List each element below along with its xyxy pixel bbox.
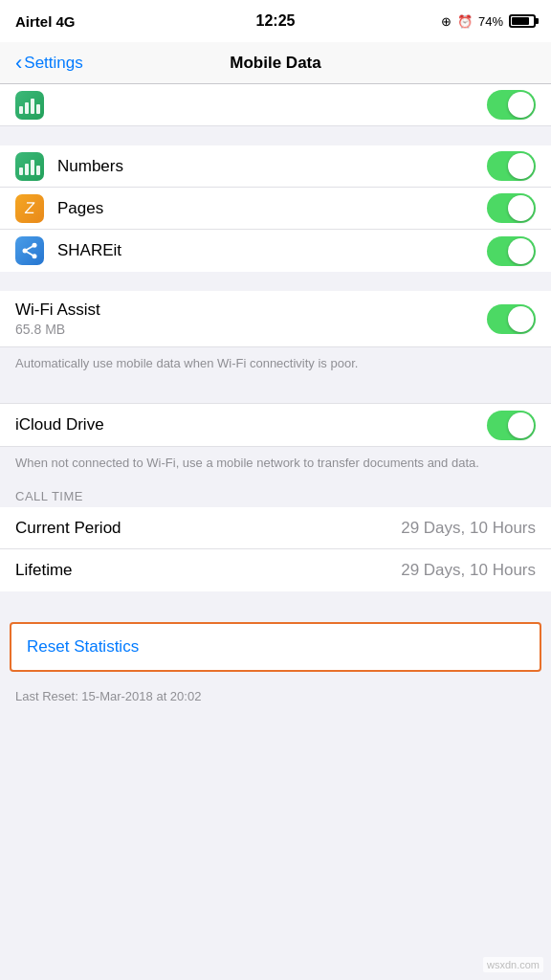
back-button[interactable]: ‹ Settings	[15, 53, 83, 74]
time-display: 12:25	[256, 12, 296, 30]
partial-app-toggle[interactable]	[487, 90, 536, 120]
icloud-description: When not connected to Wi-Fi, use a mobil…	[0, 447, 551, 483]
separator-2	[0, 384, 551, 403]
wifi-assist-data: 65.8 MB	[15, 322, 487, 337]
reset-statistics-label: Reset Statistics	[27, 637, 139, 657]
chevron-left-icon: ‹	[15, 53, 22, 74]
current-period-value: 29 Days, 10 Hours	[401, 519, 536, 538]
wifi-assist-title: Wi-Fi Assist	[15, 301, 487, 320]
lifetime-label: Lifetime	[15, 561, 401, 580]
pages-row: Z Pages	[0, 188, 551, 230]
pages-toggle[interactable]	[487, 193, 536, 223]
apps-section-partial	[0, 84, 551, 126]
battery-icon	[509, 14, 536, 28]
icloud-section: iCloud Drive	[0, 403, 551, 447]
svg-line-4	[25, 251, 34, 256]
watermark: wsxdn.com	[483, 957, 543, 972]
shareit-row: SHAREit	[0, 230, 551, 272]
separator-3	[0, 591, 551, 611]
alarm-icon: ⏰	[457, 14, 473, 29]
location-icon: ⊕	[441, 14, 452, 29]
icloud-label: iCloud Drive	[15, 415, 487, 434]
separator-1	[0, 272, 551, 291]
call-time-section: Current Period 29 Days, 10 Hours Lifetim…	[0, 507, 551, 591]
navigation-bar: ‹ Settings Mobile Data	[0, 42, 551, 84]
pages-label: Pages	[57, 199, 487, 218]
shareit-toggle[interactable]	[487, 236, 536, 266]
current-period-row: Current Period 29 Days, 10 Hours	[0, 507, 551, 549]
carrier-signal: Airtel 4G	[15, 13, 76, 30]
partial-app-row	[0, 84, 551, 126]
lifetime-row: Lifetime 29 Days, 10 Hours	[0, 549, 551, 591]
icloud-toggle[interactable]	[487, 411, 536, 440]
wifi-assist-text: Wi-Fi Assist 65.8 MB	[15, 301, 487, 337]
call-time-header: CALL TIME	[0, 483, 551, 507]
current-period-label: Current Period	[15, 519, 401, 538]
numbers-label: Numbers	[57, 157, 487, 176]
reset-statistics-section: Reset Statistics	[10, 622, 541, 672]
battery-percentage: 74%	[478, 14, 503, 29]
apps-section: Numbers Z Pages SHAREit	[0, 145, 551, 272]
partial-app-icon	[15, 91, 44, 120]
svg-line-3	[25, 245, 34, 251]
numbers-row: Numbers	[0, 145, 551, 188]
lifetime-value: 29 Days, 10 Hours	[401, 561, 536, 580]
numbers-icon	[15, 152, 44, 181]
page-title: Mobile Data	[230, 54, 320, 73]
wifi-assist-toggle[interactable]	[487, 304, 536, 334]
wifi-assist-section: Wi-Fi Assist 65.8 MB	[0, 291, 551, 347]
shareit-label: SHAREit	[57, 241, 487, 260]
shareit-icon	[15, 236, 44, 265]
wifi-assist-description: Automatically use mobile data when Wi-Fi…	[0, 347, 551, 384]
back-label: Settings	[24, 54, 82, 73]
reset-statistics-button[interactable]: Reset Statistics	[11, 624, 540, 670]
last-reset-text: Last Reset: 15-Mar-2018 at 20:02	[0, 683, 551, 713]
pages-icon: Z	[15, 194, 44, 223]
wifi-assist-row: Wi-Fi Assist 65.8 MB	[0, 291, 551, 347]
icloud-row: iCloud Drive	[0, 404, 551, 446]
numbers-toggle[interactable]	[487, 151, 536, 181]
status-bar: Airtel 4G 12:25 ⊕ ⏰ 74%	[0, 0, 551, 42]
status-icons: ⊕ ⏰ 74%	[441, 14, 536, 29]
